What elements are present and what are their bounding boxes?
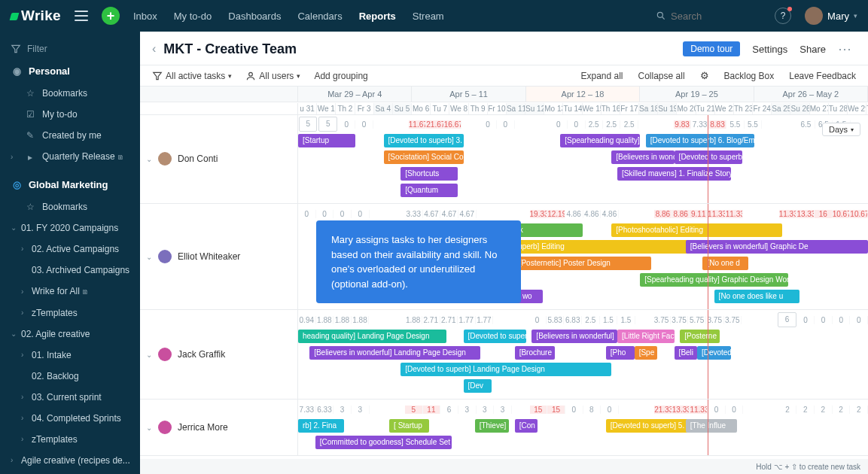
help-button[interactable]: ? [775, 8, 791, 24]
sidebar-global-header[interactable]: ◎ Global Marketing [0, 172, 140, 196]
sidebar-item[interactable]: ›▸Quarterly Release 🗎 [0, 146, 140, 168]
share-link[interactable]: Share [799, 44, 826, 55]
user-icon [245, 71, 256, 81]
sidebar-item[interactable]: ✎Created by me [0, 125, 140, 146]
svg-marker-3 [154, 72, 162, 79]
user-name: Don Conti [178, 153, 218, 164]
hour-cell: 0 [601, 406, 619, 414]
task-bar[interactable]: [Committed to goodness] Schedule Set [315, 436, 452, 449]
task-bar[interactable]: [The Influe [686, 419, 737, 433]
hour-cell: 1.5 [617, 316, 635, 324]
hour-cell: 0.94 [298, 316, 316, 324]
search-input[interactable] [671, 11, 761, 22]
nav-calendars[interactable]: Calendars [297, 11, 342, 22]
task-bar[interactable]: [ Startup [389, 419, 429, 433]
filter-users[interactable]: All users▾ [245, 71, 300, 81]
sidebar-item[interactable]: ☆Bookmarks [0, 83, 140, 104]
add-grouping[interactable]: Add grouping [314, 71, 367, 81]
collapse-row[interactable]: ⌄ [146, 253, 152, 261]
tree-item[interactable]: ⌄02. Agile creative [0, 324, 140, 345]
tree-item[interactable]: ›04. Completed Sprints [0, 408, 140, 429]
leave-feedback[interactable]: Leave Feedback [789, 71, 856, 81]
day-header: Mo 20 [677, 103, 696, 114]
demo-tour-button[interactable]: Demo tour [683, 41, 740, 56]
task-bar[interactable]: [Believers in wonderful] Landing Page De… [309, 346, 480, 360]
filter-tasks[interactable]: All active tasks▾ [152, 71, 232, 81]
task-bar[interactable]: [Shortcuts [400, 167, 458, 181]
global-search[interactable] [656, 11, 761, 22]
task-bar[interactable]: [Skilled mavens] 1. Finalize Storyboard [617, 167, 731, 181]
tree-item[interactable]: ›01. Intake [0, 345, 140, 366]
hour-cell: 8.83 [709, 120, 726, 129]
sidebar-filter[interactable]: Filter [0, 39, 140, 59]
hour-cell: 4.86 [601, 210, 619, 218]
task-bar[interactable]: [Believers in wonderful] [531, 330, 617, 343]
task-bar[interactable]: [Posternetic] Poster Design [515, 257, 652, 270]
task-bar[interactable]: [Con [515, 419, 538, 433]
task-bar[interactable]: heading quality] Landing Page Design [298, 330, 446, 343]
task-bar[interactable]: [Devoted to superb] 6. Blog/Email Creati… [646, 134, 754, 147]
task-bar[interactable]: [Spearheading quality] Social Co [560, 134, 640, 147]
task-bar[interactable]: [Posterne [680, 330, 720, 343]
collapse-all[interactable]: Collapse all [638, 71, 685, 81]
tree-item[interactable]: ⌄01. FY 2020 Campaigns [0, 217, 140, 239]
task-bar[interactable]: [Socistation] Social Co [384, 150, 464, 164]
task-bar[interactable]: [Pho [606, 346, 635, 360]
settings-link[interactable]: Settings [752, 44, 787, 55]
nav-inbox[interactable]: Inbox [133, 11, 157, 22]
task-bar[interactable]: [Little Right Factor] P [617, 330, 675, 343]
sidebar-personal-header[interactable]: ◉ Personal [0, 59, 140, 83]
task-bar[interactable]: [Brochure [515, 346, 555, 360]
task-bar[interactable]: rb] 2. Fina [298, 419, 344, 433]
hour-cell: 16 [815, 210, 833, 218]
collapse-row[interactable]: ⌄ [146, 155, 152, 163]
nav-my-to-do[interactable]: My to-do [174, 11, 212, 22]
back-button[interactable]: ‹ [152, 42, 156, 56]
expand-all[interactable]: Expand all [580, 71, 623, 81]
collapse-row[interactable]: ⌄ [146, 351, 152, 359]
hour-cell: 19.33 [530, 210, 548, 218]
task-bar[interactable]: [Beli [675, 346, 697, 360]
task-bar[interactable]: [Thieve] [475, 419, 509, 433]
user-name: Elliot Whiteaker [178, 251, 240, 262]
tree-item[interactable]: 03. Archived Campaigns [0, 260, 140, 281]
week-header: Apr 5 – 11 [412, 87, 525, 102]
menu-toggle[interactable] [75, 11, 88, 21]
hour-cell: 21.33 [654, 406, 672, 414]
tree-item[interactable]: ›zTemplates [0, 302, 140, 324]
task-bar[interactable]: [Devoted to superb] L [464, 330, 526, 343]
task-bar[interactable]: [Startup [298, 134, 355, 147]
settings-icon[interactable]: ⚙ [700, 70, 709, 81]
more-menu[interactable]: ⋯ [838, 41, 853, 57]
task-bar[interactable]: [Dev [464, 379, 492, 393]
task-bar[interactable]: [Spearheading quality] Graphic Design Wo… [640, 273, 788, 287]
task-bar[interactable]: [Believers in wonderful] Graphic De [686, 240, 868, 254]
user-menu[interactable]: Mary ▾ [805, 7, 857, 25]
tree-item[interactable]: ›03. Current sprint [0, 387, 140, 408]
nav-reports[interactable]: Reports [359, 11, 396, 22]
tree-item[interactable]: ›02. Active Campaigns [0, 239, 140, 260]
task-bar[interactable]: [Photoshootaholic] Editing [611, 223, 782, 237]
tree-item[interactable]: ›Agile creative (recipes de... [0, 450, 140, 471]
task-bar[interactable]: [Devoted to superb] 3. Initi [384, 134, 464, 147]
granularity-select[interactable]: Days ▾ [822, 123, 860, 136]
hour-cell: 11.33 [726, 210, 744, 218]
tree-item[interactable]: 02. Backlog [0, 366, 140, 387]
task-bar[interactable]: [Quantum [400, 184, 458, 197]
sidebar-item[interactable]: ☑My to-do [0, 104, 140, 125]
task-bar[interactable]: [Spe [635, 346, 657, 360]
tree-item[interactable]: ›Wrike for All 🗎 [0, 281, 140, 302]
sidebar-item[interactable]: ☆Bookmarks [0, 196, 140, 217]
hour-cell: 0 [708, 406, 726, 414]
backlog-box[interactable]: Backlog Box [724, 71, 775, 81]
nav-stream[interactable]: Stream [413, 11, 444, 22]
task-bar[interactable]: [Believers in wonderf [611, 150, 674, 164]
task-bar[interactable]: [No one d [702, 257, 748, 270]
create-button[interactable]: + [102, 7, 120, 25]
task-bar[interactable]: [Devoted to superb] Landing Page Design [400, 363, 611, 376]
collapse-row[interactable]: ⌄ [146, 424, 152, 432]
tree-item[interactable]: ›zTemplates [0, 429, 140, 450]
nav-dashboards[interactable]: Dashboards [228, 11, 281, 22]
task-bar[interactable]: [Devoted [697, 346, 731, 360]
task-bar[interactable]: [No one does like u [714, 290, 800, 303]
